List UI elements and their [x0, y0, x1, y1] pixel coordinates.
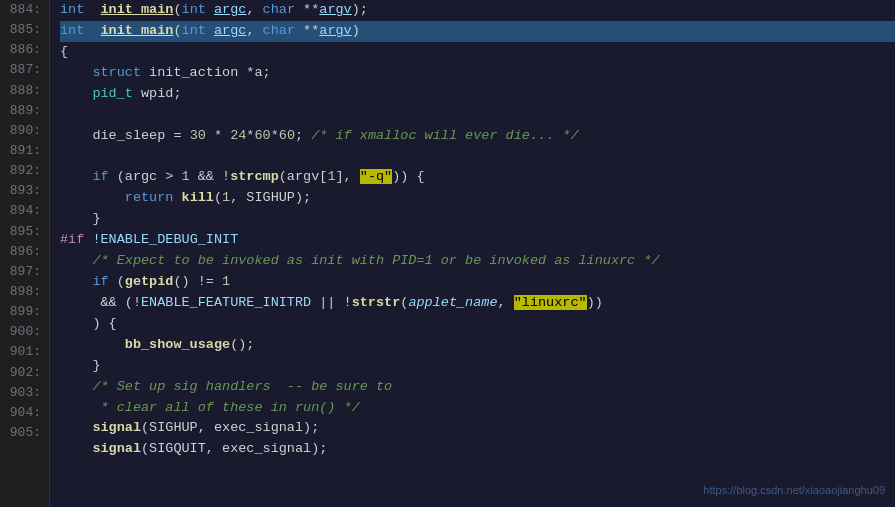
line-number: 899:: [4, 302, 41, 322]
line-number: 900:: [4, 322, 41, 342]
token: char: [263, 23, 295, 38]
token: signal: [92, 441, 141, 456]
line-number: 901:: [4, 342, 41, 362]
token: );: [352, 2, 368, 17]
token: *: [206, 128, 230, 143]
line-number: 889:: [4, 101, 41, 121]
token: [206, 23, 214, 38]
token: )): [587, 295, 603, 310]
token: ) {: [60, 316, 117, 331]
token: ,: [498, 295, 514, 310]
code-line: return kill(1, SIGHUP);: [60, 188, 895, 209]
line-number: 886:: [4, 40, 41, 60]
code-line: }: [60, 209, 895, 230]
token: "-q": [360, 169, 392, 184]
token: char: [263, 2, 295, 17]
code-line: signal(SIGHUP, exec_signal);: [60, 418, 895, 439]
line-number: 904:: [4, 403, 41, 423]
token: applet_name: [408, 295, 497, 310]
token: [60, 169, 92, 184]
line-number: 892:: [4, 161, 41, 181]
line-number: 890:: [4, 121, 41, 141]
code-line: if (argc > 1 && !strcmp(argv[1], "-q")) …: [60, 167, 895, 188]
token: "linuxrc": [514, 295, 587, 310]
code-line: {: [60, 42, 895, 63]
token: argv: [319, 23, 351, 38]
token: [60, 86, 92, 101]
token: [182, 128, 190, 143]
token: 60: [254, 128, 270, 143]
token: wpid;: [133, 86, 182, 101]
token: **: [295, 2, 319, 17]
token: [60, 420, 92, 435]
token: getpid: [125, 274, 174, 289]
token: [206, 2, 214, 17]
token: || !: [311, 295, 352, 310]
watermark: https://blog.csdn.net/xiaoaojianghu09: [703, 482, 885, 499]
code-editor: 884:885:886:887:888:889:890:891:892:893:…: [0, 0, 895, 507]
token: (argc >: [109, 169, 182, 184]
token: int: [182, 23, 206, 38]
token: ();: [230, 337, 254, 352]
token: #if: [60, 232, 84, 247]
code-line: int init_main(int argc, char **argv): [60, 21, 895, 42]
token: ,: [246, 23, 262, 38]
token: [60, 379, 92, 394]
line-number: 897:: [4, 262, 41, 282]
line-number: 905:: [4, 423, 41, 443]
token: init_main: [101, 23, 174, 38]
token: int: [182, 2, 206, 17]
token: **: [295, 23, 319, 38]
token: =: [173, 128, 181, 143]
line-number: 884:: [4, 0, 41, 20]
token: [60, 190, 125, 205]
token: && !: [190, 169, 231, 184]
code-line: [60, 146, 895, 167]
token: [60, 274, 92, 289]
line-number: 903:: [4, 383, 41, 403]
code-content-area[interactable]: int init_main(int argc, char **argv);int…: [50, 0, 895, 507]
code-line: if (getpid() != 1: [60, 272, 895, 293]
token: 24: [230, 128, 246, 143]
code-line: /* Set up sig handlers -- be sure to: [60, 377, 895, 398]
code-line: ) {: [60, 314, 895, 335]
token: pid_t: [92, 86, 133, 101]
token: /* Expect to be invoked as init with PID…: [92, 253, 659, 268]
token: [173, 190, 181, 205]
token: (: [173, 2, 181, 17]
token: [60, 441, 92, 456]
code-line: pid_t wpid;: [60, 84, 895, 105]
token: argv: [319, 2, 351, 17]
token: /* Set up sig handlers -- be sure to: [92, 379, 392, 394]
line-number: 894:: [4, 201, 41, 221]
code-line: }: [60, 356, 895, 377]
token: * clear all of these in run() */: [60, 400, 360, 415]
token: int: [60, 23, 92, 38]
token: strstr: [352, 295, 401, 310]
token: signal: [92, 420, 141, 435]
token: (argv[: [279, 169, 328, 184]
token: init_action *a;: [141, 65, 271, 80]
token: strcmp: [230, 169, 279, 184]
token: if: [92, 169, 108, 184]
token: (: [109, 274, 125, 289]
line-number: 902:: [4, 363, 41, 383]
code-line: int init_main(int argc, char **argv);: [60, 0, 895, 21]
token: kill: [182, 190, 214, 205]
token: }: [60, 358, 101, 373]
code-line: struct init_action *a;: [60, 63, 895, 84]
token: )) {: [392, 169, 424, 184]
code-line: && (!ENABLE_FEATURE_INITRD || !strstr(ap…: [60, 293, 895, 314]
line-number: 898:: [4, 282, 41, 302]
code-line: * clear all of these in run() */: [60, 398, 895, 419]
line-number-gutter: 884:885:886:887:888:889:890:891:892:893:…: [0, 0, 50, 507]
token: [92, 2, 100, 17]
token: !ENABLE_DEBUG_INIT: [84, 232, 238, 247]
token: int: [60, 2, 92, 17]
token: [92, 23, 100, 38]
code-line: bb_show_usage();: [60, 335, 895, 356]
token: ],: [335, 169, 359, 184]
code-line: die_sleep = 30 * 24*60*60; /* if xmalloc…: [60, 126, 895, 147]
token: {: [60, 44, 68, 59]
token: () !=: [173, 274, 222, 289]
